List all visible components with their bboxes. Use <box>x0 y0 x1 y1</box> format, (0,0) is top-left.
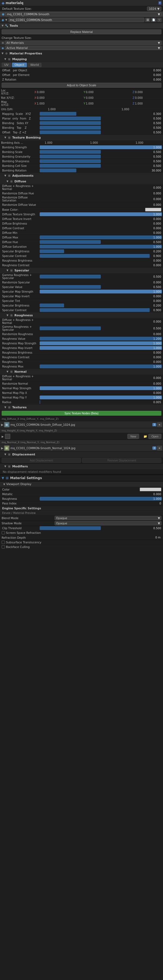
roughness-randomize-bar[interactable]: 0.000 <box>40 332 162 336</box>
normal-map-strength-bar[interactable]: 1.000 <box>40 386 162 390</box>
normal-texture-unlink-btn[interactable]: ✕ <box>157 446 162 450</box>
texture-bombing-header[interactable]: ▼ ⊞ Texture Bombing <box>0 135 163 140</box>
offset-top-bar[interactable]: 0.500 <box>40 130 162 134</box>
open-btn[interactable]: Open <box>148 434 161 439</box>
subsurface-checkbox[interactable] <box>2 541 5 544</box>
loc-z-field[interactable]: Z0.000 <box>113 90 162 94</box>
randomize-diffuse-hue-bar[interactable]: 0.000 <box>40 191 162 195</box>
roughness-diff-bar[interactable]: 0.000 <box>40 320 162 323</box>
offset-per-object-bar[interactable]: 0.000 <box>40 68 162 72</box>
replace-material-btn[interactable]: Replace Material <box>2 29 161 34</box>
shadow-mode-select[interactable]: Opaque ▼ <box>55 521 161 525</box>
displacement-header[interactable]: ▼ ⊞ Displacement <box>0 452 163 457</box>
material-properties-header[interactable]: ▼ ⚙ Material Properties <box>0 51 163 56</box>
diffuse-contrast-bar[interactable]: 0.000 <box>40 226 162 230</box>
sync-texture-btn[interactable]: Sync Texture Nodes (Beta) <box>2 411 161 416</box>
diffuse-texture-invert-bar[interactable]: 0.000 <box>40 217 162 221</box>
material-file-icon[interactable]: 📄 <box>151 18 156 22</box>
diffuse-hue-bar[interactable]: 0.500 <box>40 240 162 244</box>
modifiers-header[interactable]: ▼ ⊞ Modifiers <box>0 464 163 469</box>
bombing-strength-bar[interactable]: 1.000 <box>40 145 162 149</box>
rot-z-field[interactable]: Z0.000 <box>113 96 162 100</box>
rot-x-field[interactable]: X0.000 <box>15 96 64 100</box>
bombing-granularity-bar[interactable]: 0.500 <box>40 154 162 158</box>
diff-roughness-normal-bar[interactable]: 0.000 <box>40 186 162 189</box>
loc-x-field[interactable]: X0.000 <box>15 90 64 94</box>
offset-per-element-bar[interactable]: 0.000 <box>40 73 162 77</box>
blend-mode-select[interactable]: Opaque ▼ <box>55 516 161 520</box>
base-color-swatch[interactable] <box>145 208 161 212</box>
tab-object[interactable]: Object <box>12 63 27 67</box>
roughness-max-bar[interactable]: 1.000 <box>40 364 162 368</box>
clip-threshold-bar[interactable]: 0.500 <box>40 526 162 530</box>
mapping-header[interactable]: ▼ ⊞ Mapping <box>0 56 163 62</box>
specular-map-invert-bar[interactable]: 0.000 <box>40 294 162 298</box>
normal-diff-bar[interactable]: 0.000 <box>40 376 162 380</box>
gamma-roughness-s-bar[interactable]: 0.500 <box>40 275 162 278</box>
textures-header[interactable]: ▼ ⊞ Textures <box>0 404 163 410</box>
pass-index-bar[interactable]: 0 <box>40 501 162 505</box>
viewport-roughness-bar[interactable]: 1.000 <box>40 497 162 501</box>
planar-bar[interactable]: 0.500 <box>40 116 162 120</box>
roughness-contrast-bar[interactable]: 0.000 <box>40 355 162 359</box>
all-materials-select[interactable]: All Materials ▼ <box>5 41 161 45</box>
map-x-field[interactable]: X1.000 <box>15 102 64 105</box>
active-material-row[interactable]: ◉ Active Material ▼ <box>0 45 163 51</box>
tab-world[interactable]: World <box>27 63 41 67</box>
tools-section-header[interactable]: ▼ 🔧 Tools <box>0 23 163 29</box>
material-settings-header[interactable]: ▼ ⊞ Material Settings <box>0 474 163 482</box>
roughness-brightness-bar[interactable]: 0.000 <box>40 351 162 355</box>
diffuse-texture-unlink-btn[interactable]: ✕ <box>157 423 162 427</box>
blending-sides-bar[interactable]: 0.500 <box>40 121 162 125</box>
uvs-v2-field[interactable]: 1.000 <box>89 107 162 111</box>
facebook-icon[interactable]: f <box>158 2 161 5</box>
new-btn[interactable]: New <box>127 434 139 439</box>
active-material-select[interactable]: Active Material ▼ <box>5 46 161 50</box>
specular-brightness-bar[interactable]: 0.200 <box>40 304 162 307</box>
viewport-display-header[interactable]: ▼ Viewport Display <box>0 482 163 487</box>
normal-map-flip-y-bar[interactable]: 1.000 <box>40 396 162 399</box>
all-materials-row[interactable]: ⊞ All Materials ▼ <box>0 40 163 45</box>
rot-y-field[interactable]: Y0.000 <box>64 96 113 100</box>
roughness-map-invert-bar[interactable]: 1.000 <box>40 346 162 350</box>
roughness-min-bar[interactable]: 0.000 <box>40 360 162 364</box>
roughness-header[interactable]: ▼ ⊞ Roughness <box>0 312 163 318</box>
material-filter-icon[interactable]: ▽ <box>157 18 161 22</box>
blending-top-bar[interactable]: 0.500 <box>40 126 162 130</box>
tab-uv[interactable]: UV <box>2 63 11 67</box>
material-name-field[interactable]: mq_CC001_COMMON-Smooth <box>8 18 144 22</box>
normal-randomize-bar[interactable]: 0.000 <box>40 382 162 385</box>
bombing-axis-v1[interactable]: 1.000 <box>26 141 71 145</box>
viewport-color-swatch[interactable] <box>140 488 161 492</box>
normal-header[interactable]: ▼ ⊞ Normal <box>0 369 163 375</box>
randomize-diffuse-val-bar[interactable]: 0.000 <box>40 203 162 207</box>
roughness-gamma-bar[interactable]: 0.500 <box>40 326 162 330</box>
adjustments-header[interactable]: ▼ ⊞ Adjustments <box>0 173 163 178</box>
specular-brightness-d-bar[interactable]: 0.200 <box>40 249 162 253</box>
diffuse-texture-strength-bar[interactable]: 1.000 <box>40 212 162 216</box>
map-z-field[interactable]: Z1.000 <box>113 102 162 105</box>
texture-size-select[interactable]: 1024 ▼ <box>147 6 161 11</box>
randomize-specular-bar[interactable]: 0.000 <box>40 280 162 284</box>
diffuse-header[interactable]: ▼ ⊞ Diffuse <box>0 178 163 184</box>
roughness-map-strength-bar[interactable]: 1.000 <box>40 341 162 345</box>
diffuse-max-bar[interactable]: 1.000 <box>40 235 162 239</box>
refraction-depth-bar[interactable]: 0 m <box>56 536 161 539</box>
bombing-scale-bar[interactable]: 0.500 <box>40 150 162 154</box>
roughness-brightness-d-bar[interactable]: 0.000 <box>40 259 162 262</box>
roughness-contrast-d-bar[interactable]: 0.000 <box>40 263 162 267</box>
bombing-axis-v2[interactable]: 1.000 <box>71 141 116 145</box>
randomize-diffuse-sat-bar[interactable]: 0.000 <box>40 197 162 201</box>
bombing-cell-size-bar[interactable]: 0.500 <box>40 164 162 168</box>
mapping-scale-bar[interactable]: 0.300 <box>40 112 162 116</box>
bombing-sharpness-bar[interactable]: 0.500 <box>40 159 162 163</box>
backface-checkbox[interactable] <box>2 545 5 549</box>
bombing-rotation-bar[interactable]: 30.000 <box>40 169 162 172</box>
add-displacement-btn[interactable]: Add Displacement <box>2 458 81 463</box>
specular-value-bar[interactable]: 0.500 <box>40 285 162 289</box>
screen-space-checkbox[interactable] <box>2 531 5 535</box>
loc-y-field[interactable]: Y0.000 <box>64 90 113 94</box>
bombing-axis-v3[interactable]: 1.000 <box>117 141 162 145</box>
normal-map-flip-x-bar[interactable]: 0.000 <box>40 391 162 395</box>
specular-contrast-bar[interactable]: 0.900 <box>40 308 162 312</box>
